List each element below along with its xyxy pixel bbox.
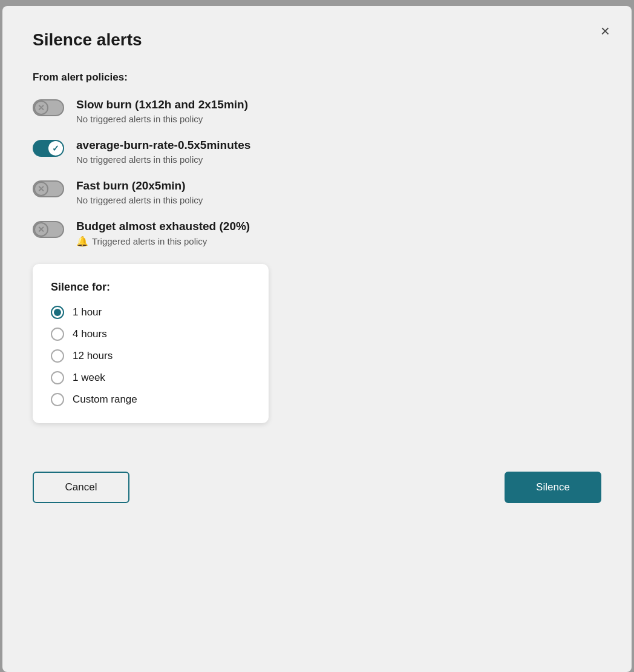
dialog-title: Silence alerts	[33, 30, 601, 50]
check-icon: ✓	[52, 143, 59, 153]
close-button[interactable]: ×	[601, 23, 610, 39]
policy-status: No triggered alerts in this policy	[76, 154, 250, 165]
radio-1hour[interactable]	[51, 306, 64, 319]
toggle-avg-burn[interactable]: ✓	[33, 140, 64, 157]
triggered-text: Triggered alerts in this policy	[92, 236, 207, 246]
radio-1week[interactable]	[51, 371, 64, 384]
toggle-slow-burn[interactable]: ✕	[33, 99, 64, 116]
radio-options: 1 hour 4 hours 12 hours 1 week Custom ra…	[51, 306, 250, 406]
toggle-budget[interactable]: ✕	[33, 221, 64, 238]
radio-option-1hour[interactable]: 1 hour	[51, 306, 250, 319]
policy-status: No triggered alerts in this policy	[76, 114, 248, 124]
cancel-button[interactable]: Cancel	[33, 472, 129, 503]
policy-item-slow-burn: ✕ Slow burn (1x12h and 2x15min) No trigg…	[33, 98, 601, 124]
radio-label-1week: 1 week	[73, 372, 105, 384]
radio-option-4hours[interactable]: 4 hours	[51, 328, 250, 341]
policy-info-slow-burn: Slow burn (1x12h and 2x15min) No trigger…	[76, 98, 248, 124]
policy-item-fast-burn: ✕ Fast burn (20x5min) No triggered alert…	[33, 179, 601, 205]
silence-for-title: Silence for:	[51, 281, 250, 294]
radio-label-4hours: 4 hours	[73, 328, 107, 340]
policy-name: Fast burn (20x5min)	[76, 179, 203, 193]
x-icon: ✕	[38, 103, 45, 113]
radio-4hours[interactable]	[51, 328, 64, 341]
policy-item-budget: ✕ Budget almost exhausted (20%) 🔔 Trigge…	[33, 220, 601, 247]
bell-icon: 🔔	[76, 236, 88, 247]
radio-label-12hours: 12 hours	[73, 350, 113, 362]
policy-info-fast-burn: Fast burn (20x5min) No triggered alerts …	[76, 179, 203, 205]
silence-for-card: Silence for: 1 hour 4 hours 12 hours 1 w…	[33, 264, 269, 423]
radio-12hours[interactable]	[51, 349, 64, 363]
silence-alerts-dialog: × Silence alerts From alert policies: ✕ …	[2, 6, 632, 672]
radio-option-12hours[interactable]: 12 hours	[51, 349, 250, 363]
dialog-footer: Cancel Silence	[33, 472, 601, 503]
x-icon: ✕	[38, 225, 45, 234]
silence-button[interactable]: Silence	[505, 472, 601, 503]
policy-status: No triggered alerts in this policy	[76, 195, 203, 205]
policy-item-avg-burn: ✓ average-burn-rate-0.5x5minutes No trig…	[33, 139, 601, 165]
policy-info-avg-burn: average-burn-rate-0.5x5minutes No trigge…	[76, 139, 250, 165]
section-label: From alert policies:	[33, 71, 601, 84]
policy-name: Slow burn (1x12h and 2x15min)	[76, 98, 248, 111]
x-icon: ✕	[38, 184, 45, 194]
radio-label-1hour: 1 hour	[73, 306, 102, 318]
policy-name: average-burn-rate-0.5x5minutes	[76, 139, 250, 152]
radio-option-custom[interactable]: Custom range	[51, 393, 250, 406]
policy-info-budget: Budget almost exhausted (20%) 🔔 Triggere…	[76, 220, 250, 247]
policy-name: Budget almost exhausted (20%)	[76, 220, 250, 233]
radio-custom[interactable]	[51, 393, 64, 406]
radio-option-1week[interactable]: 1 week	[51, 371, 250, 384]
radio-label-custom: Custom range	[73, 394, 137, 406]
toggle-fast-burn[interactable]: ✕	[33, 180, 64, 197]
policy-status-triggered: 🔔 Triggered alerts in this policy	[76, 236, 250, 247]
policy-list: ✕ Slow burn (1x12h and 2x15min) No trigg…	[33, 98, 601, 247]
